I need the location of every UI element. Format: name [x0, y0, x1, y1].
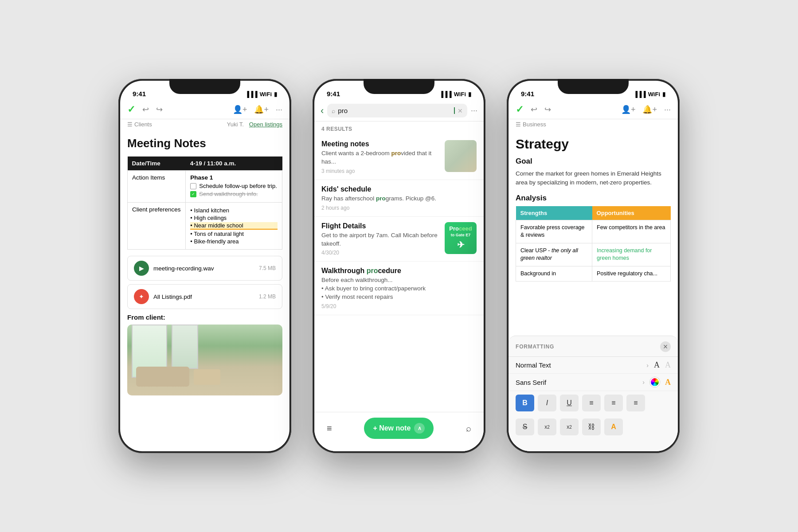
- col-datetime-value: 4-19 / 11:00 a.m.: [186, 156, 282, 171]
- phase-label: Phase 1: [190, 174, 278, 181]
- add-user-icon-3[interactable]: 👤+: [621, 105, 636, 114]
- search-text: pro: [338, 107, 451, 114]
- undo-icon[interactable]: ↩: [142, 105, 149, 114]
- pref-1: • Island kitchen: [190, 207, 278, 214]
- back-button[interactable]: ‹: [321, 105, 324, 117]
- goal-label: Goal: [516, 157, 671, 166]
- cell-1b: Few competitors in the area: [592, 220, 671, 243]
- fmt-normal-text-row[interactable]: Normal Text › A A: [509, 357, 678, 374]
- result-3[interactable]: Flight Details Get to the airport by 7am…: [314, 217, 484, 262]
- attachment-1[interactable]: ▶ meeting-recording.wav 7.5 MB: [127, 256, 282, 281]
- align-right-button[interactable]: ≡: [626, 395, 645, 411]
- undo-icon-3[interactable]: ↩: [531, 105, 537, 114]
- nav-link-listings[interactable]: Open listings: [249, 121, 282, 128]
- align-center-button[interactable]: ≡: [604, 395, 623, 411]
- add-reminder-icon[interactable]: 🔔+: [254, 105, 269, 114]
- bottom-bar-2: ≡ + New note ∧ ⌕: [314, 412, 484, 451]
- fmt-font-preview: A: [665, 378, 671, 387]
- link-button[interactable]: ⛓: [582, 419, 601, 435]
- fmt-color-picker[interactable]: [650, 377, 660, 387]
- cell-2b: Increasing demand for green homes: [592, 243, 671, 266]
- result-3-time: 4/30/20: [321, 250, 439, 256]
- checkbox-2[interactable]: ✓: [190, 191, 196, 197]
- attachment-2-size: 1.2 MB: [259, 293, 276, 300]
- wifi-icon: WiFi: [260, 91, 272, 98]
- cell-3a: Background in: [516, 266, 592, 282]
- meeting-table: Date/Time 4-19 / 11:00 a.m. Action Items…: [127, 156, 282, 250]
- superscript-button[interactable]: x2: [538, 419, 556, 435]
- search-bar: ‹ ⌕ pro ✕ ···: [314, 100, 484, 121]
- col-strengths: Strengths: [516, 206, 592, 220]
- align-left-button[interactable]: ≡: [582, 395, 601, 411]
- from-client-label: From client:: [127, 313, 282, 321]
- result-1-thumb: [445, 140, 477, 172]
- attachment-2[interactable]: ✦ All Listings.pdf 1.2 MB: [127, 284, 282, 309]
- strategy-title: Strategy: [516, 137, 671, 152]
- results-count: 4 RESULTS: [314, 121, 484, 135]
- search-icon: ⌕: [332, 107, 335, 114]
- result-2-time: 2 hours ago: [321, 205, 477, 211]
- battery-icon-2: ▮: [468, 91, 471, 98]
- search-clear-button[interactable]: ✕: [458, 107, 463, 114]
- underline-button[interactable]: U: [560, 395, 579, 411]
- italic-button[interactable]: I: [538, 395, 556, 411]
- result-1[interactable]: Meeting notes Client wants a 2-bedroom p…: [314, 135, 484, 180]
- wifi-icon-3: WiFi: [648, 91, 660, 98]
- search-bottom-icon[interactable]: ⌕: [466, 423, 471, 434]
- strikethrough-button[interactable]: S: [516, 419, 534, 435]
- result-2[interactable]: Kids' schedule Ray has afterschool progr…: [314, 180, 484, 217]
- notch-2: [364, 79, 434, 94]
- fmt-font-outline-icon: A: [665, 360, 671, 370]
- redo-icon[interactable]: ↪: [156, 105, 163, 114]
- new-note-chevron[interactable]: ∧: [414, 423, 425, 434]
- search-input-box[interactable]: ⌕ pro ✕: [327, 104, 467, 117]
- subscript-button[interactable]: x2: [560, 419, 579, 435]
- signal-icon: ▐▐▐: [245, 91, 258, 98]
- attachment-1-size: 7.5 MB: [259, 265, 276, 271]
- result-2-preview: Ray has afterschool programs. Pickup @6.: [321, 195, 477, 203]
- formatting-header: FORMATTING ×: [509, 341, 678, 357]
- fmt-normal-text-label: Normal Text: [516, 361, 641, 369]
- check-icon[interactable]: ✓: [127, 104, 135, 115]
- pref-3: • Near middle school: [190, 222, 278, 230]
- fmt-chevron-2: ›: [642, 379, 645, 386]
- search-more-button[interactable]: ···: [471, 106, 477, 115]
- task-2: ✓ Send walkthrough info.: [190, 191, 278, 197]
- result-1-time: 3 minutes ago: [321, 168, 439, 174]
- checkbox-1[interactable]: [190, 183, 196, 189]
- result-3-preview: Get to the airport by 7am. Call Micah be…: [321, 231, 439, 248]
- result-4-preview: Before each walkthrough... • Ask buyer t…: [321, 276, 477, 301]
- formatting-title: FORMATTING: [516, 344, 554, 350]
- nav-link-yuki[interactable]: Yuki T.: [227, 121, 244, 128]
- menu-icon[interactable]: ≡: [327, 423, 332, 434]
- col-opportunities: Opportunities: [592, 206, 671, 220]
- add-reminder-icon-3[interactable]: 🔔+: [642, 105, 657, 114]
- wifi-icon-2: WiFi: [454, 91, 466, 98]
- result-4-title: Walkthrough procedure: [321, 267, 477, 275]
- formatting-close-button[interactable]: ×: [660, 341, 671, 352]
- result-4[interactable]: Walkthrough procedure Before each walkth…: [314, 262, 484, 315]
- more-icon[interactable]: ···: [276, 105, 282, 114]
- goal-text: Corner the market for green homes in Eme…: [516, 169, 671, 188]
- phone3: 9:41 ▐▐▐ WiFi ▮ ✓ ↩ ↪ 👤+: [507, 79, 680, 453]
- result-3-title: Flight Details: [321, 222, 439, 230]
- breadcrumb-3[interactable]: ☰ Business: [516, 121, 546, 128]
- highlight-button[interactable]: A: [604, 419, 623, 435]
- redo-icon-3[interactable]: ↪: [544, 105, 551, 114]
- status-icons-3: ▐▐▐ WiFi ▮: [634, 91, 665, 98]
- action-items-content: Phase 1 Schedule follow-up before trip. …: [186, 171, 282, 203]
- bold-button[interactable]: B: [516, 395, 534, 411]
- cell-3b: Positive regulatory cha...: [592, 266, 671, 282]
- cell-1a: Favorable press coverage & reviews: [516, 220, 592, 243]
- pref-4: • Tons of natural light: [190, 231, 278, 237]
- new-note-button[interactable]: + New note ∧: [364, 418, 434, 439]
- fmt-sans-serif-row[interactable]: Sans Serif › A: [509, 374, 678, 391]
- pdf-icon: ✦: [134, 289, 149, 304]
- breadcrumb-1[interactable]: ☰ Clients: [127, 121, 152, 128]
- more-icon-3[interactable]: ···: [664, 105, 671, 114]
- status-time-2: 9:41: [327, 90, 340, 98]
- status-icons-2: ▐▐▐ WiFi ▮: [439, 91, 471, 98]
- check-icon-3[interactable]: ✓: [516, 104, 524, 115]
- fmt-sans-serif-label: Sans Serif: [516, 379, 637, 386]
- add-user-icon[interactable]: 👤+: [233, 105, 247, 114]
